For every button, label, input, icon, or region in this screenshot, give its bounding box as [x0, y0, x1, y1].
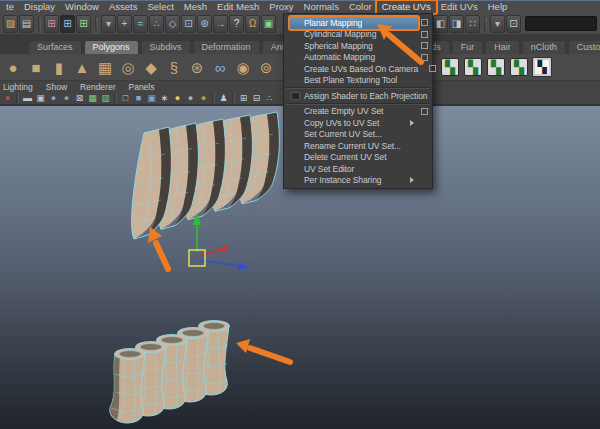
planar-mapping-icon[interactable]: ▚: [441, 58, 459, 76]
separator[interactable]: [484, 16, 487, 31]
field-chart-icon[interactable]: ●: [60, 92, 73, 104]
menu-option[interactable]: Delete Current UV Set: [284, 152, 432, 164]
option-box-icon[interactable]: [421, 42, 428, 49]
shelf-tab[interactable]: Custom: [568, 40, 600, 54]
select-component-icon[interactable]: ⊞: [76, 15, 91, 33]
render-current-frame-icon[interactable]: ◧: [433, 15, 448, 33]
subdiv-proxy-icon[interactable]: ⊚: [255, 56, 277, 79]
menu-option[interactable]: Create Empty UV Set: [284, 106, 432, 118]
automatic-mapping-icon[interactable]: ▚: [510, 58, 528, 76]
menu-bar-item[interactable]: Edit Mesh: [212, 1, 264, 13]
separator[interactable]: [16, 93, 19, 103]
camera-attrs-icon[interactable]: ▥: [99, 92, 112, 104]
shelf-tab[interactable]: nCloth: [522, 40, 566, 54]
lower-curved-mesh[interactable]: [110, 321, 230, 424]
menu-bar-item[interactable]: Window: [60, 1, 104, 13]
menu-bar-item[interactable]: te: [1, 1, 19, 13]
separator[interactable]: [95, 16, 98, 31]
menu-option[interactable]: Best Plane Texturing Tool: [284, 75, 432, 87]
resolution-gate-icon[interactable]: ▣: [34, 92, 47, 104]
separator[interactable]: [212, 93, 215, 103]
shelf-tab[interactable]: Surfaces: [28, 40, 82, 54]
ipr-render-icon[interactable]: ◨: [449, 15, 464, 33]
poly-soccerball-icon[interactable]: ⊛: [186, 56, 208, 79]
sidebar-toggle-icon[interactable]: ⊡: [506, 15, 521, 33]
no-lights-icon[interactable]: ●: [184, 92, 197, 104]
multilister-icon[interactable]: ∴: [263, 92, 276, 104]
upper-curved-mesh[interactable]: [132, 112, 280, 239]
separator[interactable]: [38, 16, 41, 31]
menu-bar-item[interactable]: Assets: [104, 1, 143, 13]
menu-option[interactable]: Assign Shader to Each Projection: [284, 90, 432, 102]
wireframe-icon[interactable]: □: [119, 92, 132, 104]
poly-cone-icon[interactable]: ▲: [71, 56, 93, 79]
snap-grid-icon[interactable]: +: [117, 15, 132, 33]
snap-surface-icon[interactable]: ⊡: [181, 15, 196, 33]
make-live-icon[interactable]: ⊛: [197, 15, 212, 33]
option-box-icon[interactable]: [421, 19, 428, 26]
help-icon[interactable]: ?: [229, 15, 244, 33]
shelf-tab[interactable]: Polygons: [84, 40, 139, 54]
panel-menu-item[interactable]: Lighting: [3, 82, 33, 92]
shaded-icon[interactable]: ■: [132, 92, 145, 104]
command-line-input[interactable]: [525, 16, 597, 31]
menu-bar-item[interactable]: Mesh: [179, 1, 212, 13]
poly-sphere-icon[interactable]: ●: [2, 56, 24, 79]
gate-mask-icon[interactable]: ●: [47, 92, 60, 104]
partial-icon[interactable]: ●: [1, 92, 14, 104]
menu-bar-item[interactable]: Proxy: [264, 1, 298, 13]
menu-option[interactable]: Per Instance Sharing: [284, 175, 432, 187]
poly-plane-icon[interactable]: ▦: [94, 56, 116, 79]
panel-menu-item[interactable]: Renderer: [80, 82, 115, 92]
move-manipulator[interactable]: [189, 213, 250, 270]
spherical-mapping-icon[interactable]: ▚: [487, 58, 505, 76]
platonic-solids-icon[interactable]: ∞: [209, 56, 231, 79]
connections-icon[interactable]: →: [213, 15, 228, 33]
menu-bar-item[interactable]: Color: [344, 1, 377, 13]
menu-option[interactable]: Planar Mapping: [284, 17, 432, 29]
xray-joints-icon[interactable]: ♟: [217, 92, 230, 104]
poly-cube-icon[interactable]: ■: [25, 56, 47, 79]
safe-title-icon[interactable]: ▦: [86, 92, 99, 104]
default-lighting-icon[interactable]: ●: [171, 92, 184, 104]
snap-view-plane-icon[interactable]: ◇: [165, 15, 180, 33]
smooth-mesh-icon[interactable]: ◉: [232, 56, 254, 79]
panel-menu-item[interactable]: Panels: [128, 82, 154, 92]
poly-torus-icon[interactable]: ◎: [117, 56, 139, 79]
film-gate-icon[interactable]: ▬: [21, 92, 34, 104]
snap-point-icon[interactable]: ∴: [149, 15, 164, 33]
use-all-lights-icon[interactable]: ∗: [158, 92, 171, 104]
menu-option[interactable]: Automatic Mapping: [284, 52, 432, 64]
menu-option[interactable]: Create UVs Based On Camera: [284, 63, 432, 75]
shelf-tab[interactable]: Subdivs: [141, 40, 191, 54]
shelf-tab[interactable]: Hair: [485, 40, 520, 54]
shelf-tab[interactable]: Fur: [452, 40, 484, 54]
menu-option[interactable]: Copy UVs to UV Set: [284, 117, 432, 129]
option-box-icon[interactable]: [421, 31, 428, 38]
shelf-tab[interactable]: Deformation: [193, 40, 260, 54]
open-scene-icon[interactable]: ▨: [3, 15, 18, 33]
all-lights-icon[interactable]: ●: [197, 92, 210, 104]
menu-bar-item[interactable]: Edit UVs: [436, 1, 483, 13]
menu-option[interactable]: Spherical Mapping: [284, 40, 432, 52]
menu-option[interactable]: UV Set Editor: [284, 163, 432, 175]
separator[interactable]: [114, 93, 117, 103]
textured-icon[interactable]: ▣: [145, 92, 158, 104]
uv-texture-editor-icon[interactable]: ▚: [533, 58, 551, 76]
render-settings-icon[interactable]: ∷: [465, 15, 480, 33]
lock-icon[interactable]: Ω: [245, 15, 260, 33]
menu-bar-item[interactable]: Select: [142, 1, 178, 13]
option-box-icon[interactable]: [421, 54, 428, 61]
menu-bar-item[interactable]: Create UVs: [377, 1, 436, 13]
poly-helix-icon[interactable]: §: [163, 56, 185, 79]
poly-pyramid-icon[interactable]: ◆: [140, 56, 162, 79]
menu-option[interactable]: Rename Current UV Set...: [284, 140, 432, 152]
menu-bar-item[interactable]: Normals: [299, 1, 344, 13]
toolbox-flyout-icon[interactable]: ▾: [490, 15, 505, 33]
cylindrical-mapping-icon[interactable]: ▚: [464, 58, 482, 76]
menu-bar-item[interactable]: Help: [483, 1, 513, 13]
safe-action-icon[interactable]: ⊠: [73, 92, 86, 104]
separator[interactable]: [232, 93, 235, 103]
menu-bar-item[interactable]: Display: [19, 1, 60, 13]
snap-curve-icon[interactable]: ≈: [133, 15, 148, 33]
